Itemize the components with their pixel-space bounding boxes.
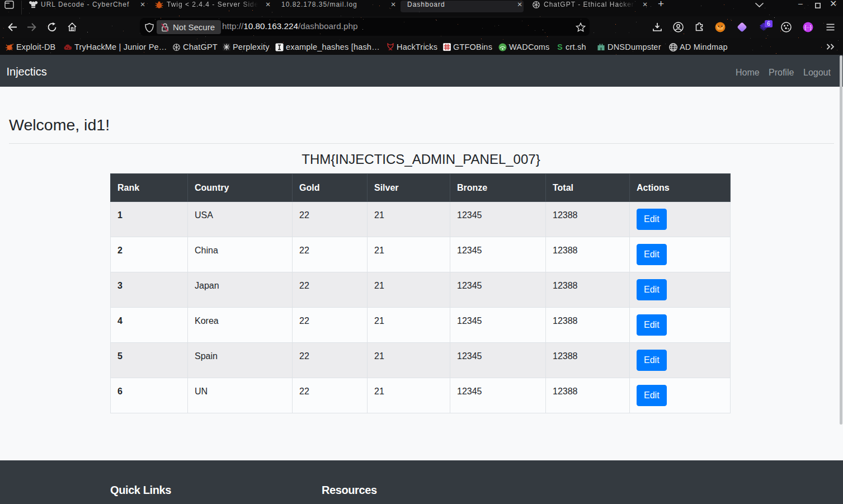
svg-text:6: 6	[767, 21, 770, 27]
svg-text:{··}: {··}	[804, 24, 812, 30]
svg-text:S: S	[557, 43, 563, 51]
